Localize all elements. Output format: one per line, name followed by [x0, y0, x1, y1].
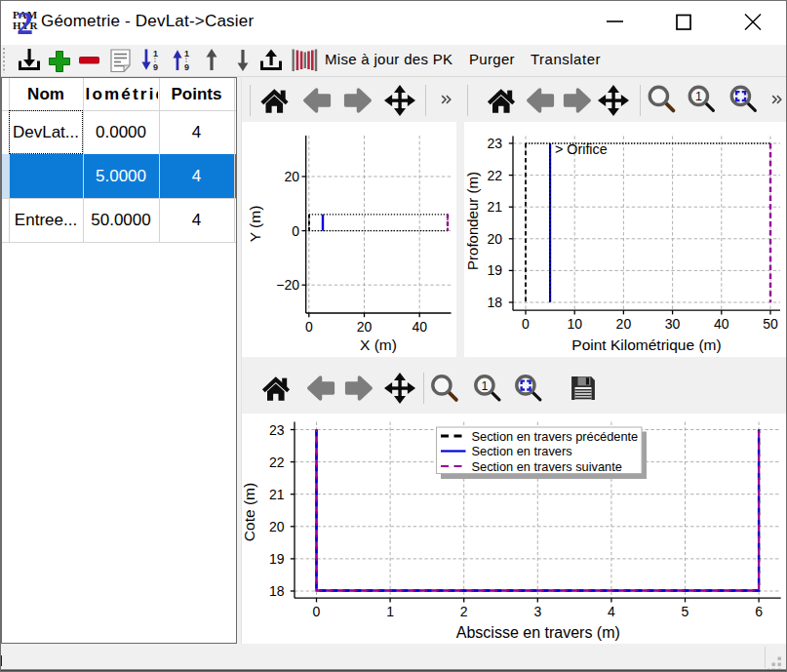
svg-text:20: 20: [284, 169, 299, 184]
svg-text:20: 20: [357, 319, 373, 335]
svg-text:5: 5: [682, 604, 689, 619]
svg-text:4: 4: [608, 604, 615, 619]
svg-text:6: 6: [755, 604, 763, 619]
svg-text:40: 40: [412, 319, 427, 335]
svg-text:0: 0: [313, 604, 321, 619]
svg-text:23: 23: [487, 136, 502, 151]
svg-text:22: 22: [269, 455, 285, 470]
svg-text:0: 0: [292, 223, 299, 239]
svg-text:22: 22: [487, 168, 502, 183]
svg-text:Section en travers précédente: Section en travers précédente: [472, 429, 639, 444]
svg-text:2: 2: [460, 604, 468, 619]
svg-text:0: 0: [305, 319, 313, 335]
svg-text:Y (m): Y (m): [247, 206, 263, 243]
svg-text:Section en travers: Section en travers: [472, 444, 572, 458]
svg-text:Section en travers suivante: Section en travers suivante: [472, 459, 622, 474]
svg-text:10: 10: [567, 316, 582, 332]
svg-text:0: 0: [522, 316, 530, 332]
svg-text:18: 18: [269, 583, 285, 599]
svg-text:Abscisse en travers (m): Abscisse en travers (m): [456, 624, 620, 641]
svg-text:21: 21: [487, 199, 502, 215]
svg-text:−20: −20: [276, 277, 299, 293]
svg-text:20: 20: [487, 231, 502, 247]
svg-text:> Orifice: > Orifice: [555, 141, 608, 157]
svg-text:1: 1: [386, 604, 394, 619]
svg-text:19: 19: [487, 262, 502, 278]
svg-text:Profondeur (m): Profondeur (m): [464, 172, 481, 270]
svg-text:20: 20: [269, 519, 285, 534]
svg-text:50: 50: [763, 316, 778, 332]
svg-text:40: 40: [714, 316, 729, 332]
svg-text:3: 3: [533, 604, 541, 619]
svg-text:18: 18: [487, 295, 502, 310]
svg-text:23: 23: [269, 422, 285, 438]
svg-text:Point Kilométrique (m): Point Kilométrique (m): [571, 336, 721, 353]
svg-text:30: 30: [665, 316, 681, 332]
svg-text:20: 20: [616, 316, 632, 332]
svg-text:X (m): X (m): [360, 336, 397, 353]
svg-text:21: 21: [269, 487, 285, 502]
svg-text:Cote (m): Cote (m): [242, 483, 257, 541]
svg-text:19: 19: [269, 551, 285, 567]
